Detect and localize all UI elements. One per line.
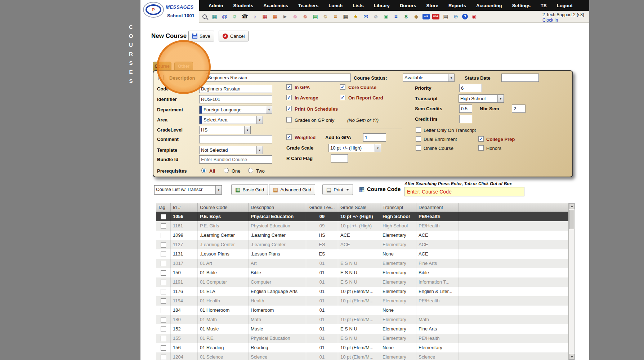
description-flag-checkbox[interactable] [158,75,164,80]
table-row[interactable]: 15501 P.E.Physical Education01E S N UEle… [156,334,568,343]
power-icon[interactable]: ◉ [470,12,478,21]
dual-enrollment-checkbox[interactable] [416,136,421,142]
in-average-label[interactable]: In Average [295,95,318,101]
grades-gp-only-checkbox[interactable] [286,117,292,123]
grade-cards-icon[interactable]: ▤ [312,12,319,21]
add-student-icon[interactable]: ☺ [291,12,299,21]
cancel-button[interactable]: Cancel [219,31,249,41]
r-card-flag-input[interactable] [331,154,348,163]
row-tag-checkbox[interactable] [161,252,166,257]
code-input[interactable] [199,85,272,93]
payments-icon[interactable]: $ [402,12,410,21]
send-mail-icon[interactable]: ✉ [362,12,370,21]
table-row[interactable]: 101701 ArtArt01E S N UElementaryFine Art… [156,259,568,268]
dual-enrollment-label[interactable]: Dual Enrollment [424,137,457,142]
department-select[interactable]: Foreign Language▾ [199,106,272,114]
family-icon[interactable]: ☺ [322,12,329,21]
table-row[interactable]: 119101 ComputerComputer01E S N UElementa… [156,277,568,287]
row-tag-checkbox[interactable] [161,336,166,341]
lunch-icon[interactable]: ≡ [332,12,339,21]
row-tag-checkbox[interactable] [161,289,166,294]
portfolio-icon[interactable]: ◆ [412,12,420,21]
in-gpa-checkbox[interactable] [286,84,292,90]
col-grade-level[interactable]: Grade Lev... [306,203,338,212]
transcript-select[interactable]: High School▾ [459,94,504,103]
priority-input[interactable] [459,84,482,92]
weighted-label[interactable]: Weighted [295,135,316,140]
print-on-schedules-checkbox[interactable] [286,106,292,111]
staff-icon[interactable]: ☺ [372,12,380,21]
search-icon[interactable] [201,12,208,21]
course-status-select[interactable]: Available▾ [403,74,455,82]
advanced-grid-button[interactable]: ▦ Advanced Grid [269,184,315,195]
pdf-export-icon[interactable] [432,14,439,19]
nav-accounting[interactable]: Accounting [476,3,502,8]
attendance-grid-icon[interactable]: ▦ [261,12,269,21]
col-tag[interactable]: Tag [156,203,171,212]
nav-students[interactable]: Students [233,3,254,8]
col-grade-scale[interactable]: Grade Scale [338,203,380,212]
accounts-payable-icon[interactable] [422,14,430,19]
table-row[interactable]: 1131.Lesson Plans.Lesson PlansESNoneACE [156,249,568,259]
on-report-card-label[interactable]: On Report Card [348,95,383,101]
table-row[interactable]: 18401 HomeroomHomeroom01None [156,306,568,315]
nav-academics[interactable]: Academics [263,3,288,8]
scroll-up-button[interactable] [569,203,574,209]
core-course-label[interactable]: Core Course [348,85,376,90]
calendar-icon[interactable]: ▦ [271,12,279,21]
table-row[interactable]: 1161P.E. GirlsPhysical Education0910 pt … [156,221,568,231]
online-course-checkbox[interactable] [416,145,421,151]
chat-group-icon[interactable]: ☺ [231,12,238,21]
credit-hrs-input[interactable] [459,115,472,123]
nav-admin[interactable]: Admin [209,3,223,8]
letter-only-checkbox[interactable] [416,127,421,133]
email-at-icon[interactable]: @ [221,12,228,21]
nav-ts[interactable]: TS [541,3,547,8]
prereq-all-radio[interactable] [201,168,206,173]
table-row[interactable]: 120401 ScienceScience0110 pt (Elem/M...E… [156,352,568,360]
nav-logout[interactable]: Logout [557,3,573,8]
identifier-input[interactable] [199,95,272,103]
tab-course[interactable]: Course [153,62,171,71]
table-row[interactable]: 117601 ELAEnglish Language Arts0110 pt (… [156,287,568,296]
row-tag-checkbox[interactable] [161,280,166,285]
scroll-down-button[interactable] [569,354,574,360]
col-id[interactable]: Id # [171,203,198,212]
in-gpa-label[interactable]: In GPA [295,85,310,90]
college-prep-label[interactable]: College Prep [486,137,515,142]
lesson-list-icon[interactable]: ≡ [392,12,400,21]
audio-speaker-icon[interactable]: ♪ [251,12,259,21]
web-portal-icon[interactable]: ⊕ [452,12,460,21]
mobile-phone-icon[interactable]: ☎ [241,12,249,21]
prereq-two-radio[interactable] [248,168,253,173]
row-tag-checkbox[interactable] [161,317,166,323]
college-prep-checkbox[interactable] [478,136,484,142]
row-tag-checkbox[interactable] [161,242,166,248]
weighted-checkbox[interactable] [286,134,292,140]
row-tag-checkbox[interactable] [161,355,166,360]
prereq-all-label[interactable]: All [209,168,215,174]
prereq-two-label[interactable]: Two [256,168,265,174]
table-row[interactable]: 1127.Learning Center.Learning CenterESAC… [156,240,568,249]
description-input[interactable] [206,74,351,82]
print-icon[interactable]: ▤ [442,12,450,21]
col-description[interactable]: Description [249,203,306,212]
table-row[interactable]: 1056P.E. BoysPhysical Education0910 pt +… [156,212,568,221]
sem-credits-input[interactable] [459,105,472,113]
row-tag-checkbox[interactable] [161,261,166,266]
row-tag-checkbox[interactable] [161,214,166,219]
prereq-one-label[interactable]: One [232,168,241,174]
bundle-id-input[interactable] [199,155,272,164]
prereq-one-radio[interactable] [224,168,229,173]
grade-level-select[interactable]: HS▾ [199,126,251,134]
table-row[interactable]: 15601 ReadingReading0110 pt (Elem/M...No… [156,343,568,352]
nav-library[interactable]: Library [374,3,390,8]
table-row[interactable]: 15201 MusicMusic01E S N UElementaryFine … [156,324,568,334]
calculator-icon[interactable]: ▦ [342,12,349,21]
view-select[interactable]: Course List w/ Transcr▾ [154,185,222,195]
row-tag-checkbox[interactable] [161,308,166,313]
row-tag-checkbox[interactable] [161,223,166,229]
col-department[interactable]: Department [416,203,459,212]
col-course-code[interactable]: Course Code [198,203,249,212]
row-tag-checkbox[interactable] [161,326,166,332]
